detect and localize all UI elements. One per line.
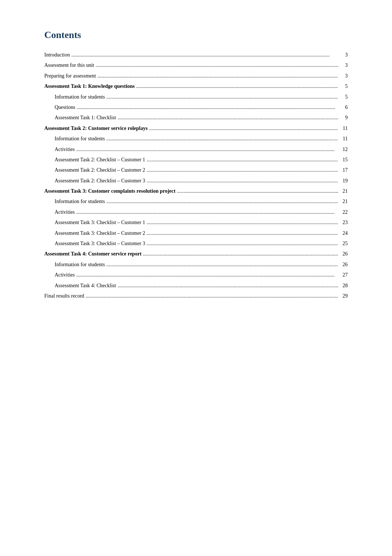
- toc-label: Assessment Task 2: Checklist – Customer …: [44, 156, 145, 164]
- toc-page-number: 15: [340, 156, 348, 164]
- toc-entry: Assessment Task 4: Customer service repo…: [44, 250, 348, 258]
- toc-label: Assessment Task 2: Checklist – Customer …: [44, 166, 145, 174]
- toc-page-number: 5: [340, 82, 348, 90]
- page-title: Contents: [44, 30, 348, 41]
- toc-page-number: 3: [340, 51, 348, 59]
- toc-page-number: 3: [340, 61, 348, 69]
- toc-page-number: 25: [340, 240, 348, 248]
- toc-entry: Activities .............................…: [44, 271, 348, 279]
- toc-label: Information for students: [44, 261, 105, 269]
- toc-dots: ........................................…: [76, 145, 338, 154]
- toc-entry: Assessment Task 4: Checklist ...........…: [44, 282, 348, 290]
- toc-dots: ........................................…: [97, 72, 338, 80]
- toc-page-number: 6: [340, 103, 348, 111]
- toc-page-number: 23: [340, 219, 348, 227]
- toc-label: Information for students: [44, 198, 105, 206]
- toc-label: Information for students: [44, 135, 105, 143]
- toc-label: Assessment Task 3: Customer complaints r…: [44, 187, 175, 195]
- toc-label: Final results record: [44, 292, 84, 300]
- toc-page-number: 12: [340, 145, 348, 154]
- toc-entry: Assessment Task 1: Checklist ...........…: [44, 114, 348, 122]
- toc-dots: ........................................…: [147, 156, 338, 164]
- toc-dots: ........................................…: [147, 240, 338, 248]
- toc-label: Introduction: [44, 51, 70, 59]
- toc-label: Assessment Task 3: Checklist – Customer …: [44, 240, 145, 248]
- toc-dots: ........................................…: [147, 166, 338, 174]
- toc-entry: Assessment Task 2: Checklist – Customer …: [44, 156, 348, 164]
- toc-dots: ........................................…: [117, 282, 338, 290]
- toc-page-number: 19: [340, 177, 348, 185]
- toc-page-number: 11: [340, 135, 348, 143]
- toc-dots: ........................................…: [177, 187, 338, 195]
- toc-dots: ........................................…: [106, 261, 338, 269]
- toc-label: Assessment Task 3: Checklist – Customer …: [44, 229, 145, 237]
- toc-label: Assessment Task 1: Knowledge questions: [44, 82, 135, 90]
- toc-dots: ........................................…: [76, 271, 338, 279]
- toc-entry: Final results record ...................…: [44, 292, 348, 300]
- toc-page-number: 5: [340, 93, 348, 101]
- toc-label: Assessment Task 2: Checklist – Customer …: [44, 177, 145, 185]
- toc-page-number: 17: [340, 166, 348, 174]
- toc-dots: ........................................…: [147, 229, 338, 237]
- toc-entry: Information for students ...............…: [44, 135, 348, 143]
- toc-entry: Information for students ...............…: [44, 261, 348, 269]
- toc-page-number: 3: [340, 72, 348, 80]
- toc-label: Assessment Task 4: Checklist: [44, 282, 116, 290]
- toc-entry: Questions ..............................…: [44, 103, 348, 111]
- toc-label: Assessment Task 3: Checklist – Customer …: [44, 219, 145, 227]
- toc-page-number: 11: [340, 124, 348, 133]
- toc-label: Activities: [44, 145, 75, 154]
- toc-label: Activities: [44, 208, 75, 216]
- toc-entry: Information for students ...............…: [44, 198, 348, 206]
- toc-page-number: 26: [340, 250, 348, 258]
- toc-entry: Assessment Task 2: Customer service role…: [44, 124, 348, 133]
- toc-entry: Assessment Task 2: Checklist – Customer …: [44, 166, 348, 174]
- toc-dots: ........................................…: [147, 219, 338, 227]
- toc-dots: ........................................…: [106, 135, 338, 143]
- toc-entry: Activities .............................…: [44, 208, 348, 216]
- toc-label: Assessment Task 4: Customer service repo…: [44, 250, 142, 258]
- toc-page-number: 22: [340, 208, 348, 216]
- toc-entry: Preparing for assessment ...............…: [44, 72, 348, 80]
- table-of-contents: Introduction ...........................…: [44, 51, 348, 300]
- toc-page-number: 26: [340, 261, 348, 269]
- toc-entry: Assessment Task 3: Checklist – Customer …: [44, 219, 348, 227]
- toc-page-number: 21: [340, 198, 348, 206]
- toc-label: Assessment Task 1: Checklist: [44, 114, 116, 122]
- toc-dots: ........................................…: [71, 51, 338, 59]
- toc-dots: ........................................…: [76, 208, 338, 216]
- toc-label: Assessment for this unit: [44, 61, 94, 69]
- toc-entry: Assessment Task 3: Checklist – Customer …: [44, 240, 348, 248]
- toc-entry: Assessment for this unit ...............…: [44, 61, 348, 69]
- toc-label: Questions: [44, 103, 75, 111]
- toc-label: Assessment Task 2: Customer service role…: [44, 124, 148, 133]
- toc-page-number: 27: [340, 271, 348, 279]
- toc-entry: Assessment Task 2: Checklist – Customer …: [44, 177, 348, 185]
- toc-page-number: 29: [340, 292, 348, 300]
- toc-entry: Introduction ...........................…: [44, 51, 348, 59]
- toc-page-number: 21: [340, 187, 348, 195]
- toc-entry: Activities .............................…: [44, 145, 348, 154]
- toc-label: Activities: [44, 271, 75, 279]
- toc-label: Preparing for assessment: [44, 72, 96, 80]
- toc-entry: Assessment Task 3: Checklist – Customer …: [44, 229, 348, 237]
- toc-dots: ........................................…: [77, 103, 338, 111]
- toc-label: Information for students: [44, 93, 105, 101]
- toc-dots: ........................................…: [106, 198, 338, 206]
- toc-dots: ........................................…: [117, 114, 338, 122]
- toc-dots: ........................................…: [106, 93, 338, 101]
- toc-dots: ........................................…: [86, 292, 338, 300]
- toc-dots: ........................................…: [149, 124, 338, 133]
- toc-dots: ........................................…: [136, 82, 338, 90]
- toc-entry: Information for students ...............…: [44, 93, 348, 101]
- toc-page-number: 24: [340, 229, 348, 237]
- toc-entry: Assessment Task 1: Knowledge questions .…: [44, 82, 348, 90]
- toc-entry: Assessment Task 3: Customer complaints r…: [44, 187, 348, 195]
- toc-dots: ........................................…: [96, 61, 338, 69]
- toc-page-number: 28: [340, 282, 348, 290]
- toc-page-number: 9: [340, 114, 348, 122]
- toc-dots: ........................................…: [143, 250, 338, 258]
- toc-dots: ........................................…: [147, 177, 338, 185]
